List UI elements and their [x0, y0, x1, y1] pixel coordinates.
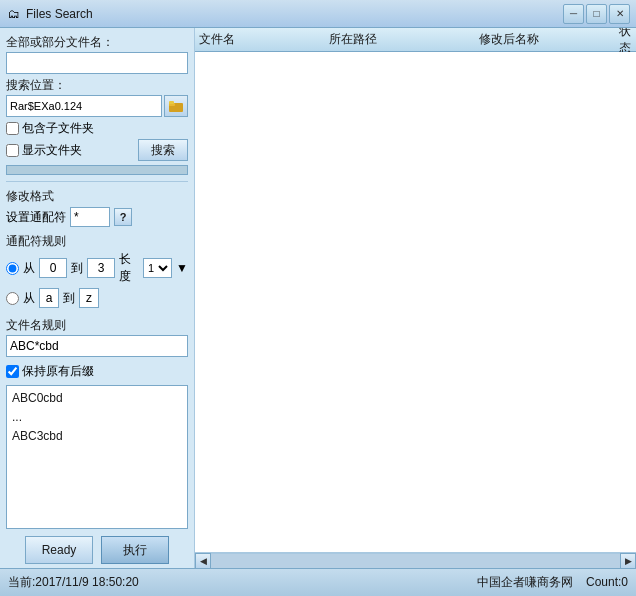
search-location-row [6, 95, 188, 117]
scroll-track[interactable] [211, 553, 620, 569]
include-subfolders-checkbox[interactable] [6, 122, 19, 135]
from1-label: 从 [23, 260, 35, 277]
filename-rule-input[interactable] [6, 335, 188, 357]
progress-bar [6, 165, 188, 175]
col-filename: 文件名 [199, 31, 329, 48]
table-body [195, 52, 636, 552]
numeric-range-radio[interactable] [6, 262, 19, 275]
preview-line-1: ABC0cbd [12, 389, 182, 408]
table-header: 文件名 所在路径 修改后名称 状态 [195, 28, 636, 52]
bottom-buttons: Ready 执行 [6, 536, 188, 564]
status-datetime: 当前:2017/11/9 18:50:20 [8, 574, 477, 591]
preview-area: ABC0cbd ... ABC3cbd [6, 385, 188, 529]
browse-folder-button[interactable] [164, 95, 188, 117]
preview-line-3: ABC3cbd [12, 427, 182, 446]
app-icon: 🗂 [6, 6, 22, 22]
app-title: Files Search [26, 7, 563, 21]
folder-icon [169, 100, 183, 112]
preserve-suffix-row: 保持原有后缀 [6, 363, 188, 380]
wildcard-rules-section: 通配符规则 从 到 长度 1 2 3 ▼ 从 到 [6, 233, 188, 311]
from2-label: 从 [23, 290, 35, 307]
search-button[interactable]: 搜索 [138, 139, 188, 161]
to2-label: 到 [63, 290, 75, 307]
show-folders-row: 显示文件夹 [6, 142, 82, 159]
col-newname: 修改后名称 [479, 31, 619, 48]
preview-line-2: ... [12, 408, 182, 427]
show-folders-label: 显示文件夹 [22, 142, 82, 159]
main-container: 全部或部分文件名： 搜索位置： 包含子文件夹 [0, 28, 636, 568]
filename-label: 全部或部分文件名： [6, 34, 188, 51]
search-location-section: 搜索位置： [6, 77, 188, 117]
window-controls: ─ □ ✕ [563, 4, 630, 24]
from1-input[interactable] [39, 258, 67, 278]
include-subfolders-label: 包含子文件夹 [22, 120, 94, 137]
status-count: Count:0 [586, 575, 628, 589]
preserve-suffix-checkbox[interactable] [6, 365, 19, 378]
execute-button[interactable]: 执行 [101, 536, 169, 564]
title-bar: 🗂 Files Search ─ □ ✕ [0, 0, 636, 28]
status-bar: 当前:2017/11/9 18:50:20 中国企者嗛商务网 Count:0 [0, 568, 636, 596]
left-panel: 全部或部分文件名： 搜索位置： 包含子文件夹 [0, 28, 195, 568]
close-button[interactable]: ✕ [609, 4, 630, 24]
modify-format-section: 修改格式 设置通配符 ? [6, 188, 188, 227]
scroll-left-button[interactable]: ◀ [195, 553, 211, 569]
show-folders-checkbox[interactable] [6, 144, 19, 157]
alpha-range-row: 从 到 [6, 288, 188, 308]
from2-input[interactable] [39, 288, 59, 308]
filename-section: 全部或部分文件名： [6, 34, 188, 74]
wildcard-row: 设置通配符 ? [6, 207, 188, 227]
maximize-button[interactable]: □ [586, 4, 607, 24]
scroll-right-button[interactable]: ▶ [620, 553, 636, 569]
alpha-range-radio[interactable] [6, 292, 19, 305]
scrollbar-row: ◀ ▶ [195, 552, 636, 568]
preserve-suffix-label: 保持原有后缀 [22, 363, 94, 380]
minimize-button[interactable]: ─ [563, 4, 584, 24]
help-button[interactable]: ? [114, 208, 132, 226]
wildcard-rules-label: 通配符规则 [6, 233, 188, 250]
length-select[interactable]: 1 2 3 [143, 258, 172, 278]
col-path: 所在路径 [329, 31, 479, 48]
wildcard-label: 设置通配符 [6, 209, 66, 226]
status-site: 中国企者嗛商务网 Count:0 [477, 574, 628, 591]
filename-rule-label: 文件名规则 [6, 317, 188, 334]
length-label: 长度 [119, 251, 139, 285]
include-subfolders-row: 包含子文件夹 [6, 120, 188, 137]
dropdown-icon: ▼ [176, 261, 188, 275]
wildcard-input[interactable] [70, 207, 110, 227]
filename-rule-section: 文件名规则 [6, 317, 188, 357]
status-site-label: 中国企者嗛商务网 [477, 575, 573, 589]
to2-input[interactable] [79, 288, 99, 308]
right-panel: 文件名 所在路径 修改后名称 状态 ◀ ▶ [195, 28, 636, 568]
ready-button[interactable]: Ready [25, 536, 93, 564]
filename-input[interactable] [6, 52, 188, 74]
numeric-range-row: 从 到 长度 1 2 3 ▼ [6, 251, 188, 285]
to1-label: 到 [71, 260, 83, 277]
divider-1 [6, 181, 188, 182]
svg-rect-2 [169, 101, 174, 104]
search-location-input[interactable] [6, 95, 162, 117]
options-section: 包含子文件夹 显示文件夹 搜索 [6, 120, 188, 161]
search-location-label: 搜索位置： [6, 77, 188, 94]
to1-input[interactable] [87, 258, 115, 278]
modify-format-label: 修改格式 [6, 188, 188, 205]
